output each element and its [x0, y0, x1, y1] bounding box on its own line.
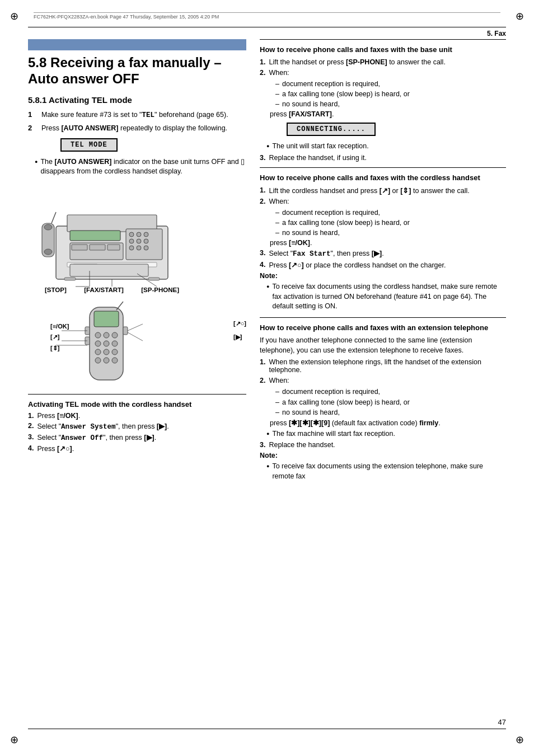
- step-2-text: Press [AUTO ANSWER] repeatedly to displa…: [41, 124, 227, 134]
- divider-1: [260, 39, 506, 40]
- activating-steps-list: 1. Press [≡/OK]. 2. Select "Answer Syste…: [28, 412, 246, 453]
- s1-step3-wrap: 3. Replace the handset, if using it.: [260, 154, 506, 162]
- section2-steps: 1. Lift the cordless handset and press […: [260, 186, 506, 205]
- handset-labels-right: [↗○] [▶]: [233, 317, 246, 344]
- s2-step3: 3. Select "Fax Start", then press [▶].: [260, 249, 506, 258]
- s2-note-list: To receive fax documents using the cordl…: [266, 282, 506, 312]
- handset-illustration: [≡/OK] [↗] [⇕] [↗○] [▶]: [50, 299, 246, 388]
- act-step-3: 3. Select "Answer Off", then press [▶].: [28, 433, 246, 442]
- svg-point-41: [95, 349, 101, 355]
- stop-label: [STOP]: [45, 287, 67, 293]
- svg-point-38: [95, 341, 101, 346]
- chapter-heading: 5.8 Receiving a fax manually – Auto answ…: [28, 55, 246, 87]
- svg-line-34: [116, 302, 123, 310]
- s2-when-list: –document reception is required, –a fax …: [275, 208, 506, 238]
- svg-rect-49: [123, 327, 128, 335]
- fax-labels: [STOP] [FAX/START] [SP-PHONE]: [39, 287, 185, 293]
- divider-3: [260, 317, 506, 318]
- s3-step3-wrap: 3. Replace the handset.: [260, 441, 506, 449]
- handset-labels-left: [≡/OK] [↗] [⇕]: [50, 321, 69, 354]
- page: ⊕ ⊕ ⊕ ⊕ FC762HK-PFQX2283ZA-en.book Page …: [0, 0, 534, 756]
- footer-page: 47: [498, 718, 506, 726]
- footer-bar: 47: [28, 718, 506, 729]
- menu-ok-label: [≡/OK]: [50, 321, 69, 332]
- svg-point-4: [129, 232, 134, 237]
- act-step-4: 4. Press [↗○].: [28, 444, 246, 453]
- header-right: 5. Fax: [487, 30, 506, 37]
- section3-steps: 1. When the extension telephone rings, l…: [260, 358, 506, 384]
- speaker-label: [⇕]: [50, 343, 69, 354]
- svg-point-36: [104, 332, 109, 338]
- step-2-num: 2: [28, 124, 37, 134]
- tel-mode-box: TEL MODE: [60, 138, 118, 152]
- fax-machine-svg: AUTO ANSWER: [39, 181, 185, 288]
- connecting-display-area: CONNECTING.....: [275, 120, 506, 138]
- s1-press-text: press [FAX/START].: [270, 110, 506, 118]
- svg-rect-16: [107, 245, 120, 250]
- s2-when-3: –no sound is heard,: [275, 228, 506, 238]
- svg-rect-14: [72, 245, 87, 250]
- svg-point-7: [129, 239, 134, 243]
- svg-point-5: [137, 232, 141, 237]
- svg-point-10: [129, 246, 134, 250]
- svg-line-20: [51, 212, 56, 223]
- s2-when-2: –a fax calling tone (slow beep) is heard…: [275, 218, 506, 228]
- s3-when-2: –a fax calling tone (slow beep) is heard…: [275, 397, 506, 407]
- left-column: 5.8 Receiving a fax manually – Auto answ…: [28, 39, 246, 720]
- s3-when-1: –document reception is required,: [275, 387, 506, 397]
- section2-heading: How to receive phone calls and faxes wit…: [260, 173, 506, 183]
- s1-bullet-after: The unit will start fax reception.: [266, 142, 506, 152]
- s3-note-item: To receive fax documents using the exten…: [266, 462, 506, 481]
- s1-when-3: –no sound is heard,: [275, 99, 506, 109]
- act-step-1: 1. Press [≡/OK].: [28, 412, 246, 420]
- svg-point-39: [104, 341, 109, 346]
- s3-step1: 1. When the extension telephone rings, l…: [260, 358, 506, 374]
- s3-bullet-list: The fax machine will start fax reception…: [266, 429, 506, 439]
- svg-line-54: [128, 332, 143, 341]
- s1-step2: 2. When:: [260, 69, 506, 77]
- section1-heading: How to receive phone calls and faxes wit…: [260, 45, 506, 55]
- s3-press-text: press [✱][✱][✱][9] (default fax activati…: [270, 419, 506, 427]
- s1-when-1: –document reception is required,: [275, 79, 506, 89]
- fax-machine-illustration: AUTO ANSWER [STOP]: [39, 181, 246, 293]
- right-label: [▶]: [233, 330, 246, 344]
- s1-when-2: –a fax calling tone (slow beep) is heard…: [275, 89, 506, 99]
- svg-point-18: [44, 224, 52, 230]
- svg-point-12: [144, 246, 148, 250]
- s2-note-label: Note:: [260, 272, 506, 280]
- svg-rect-27: [148, 278, 160, 280]
- power-label: [↗○]: [233, 317, 246, 330]
- step-1: 1 Make sure feature #73 is set to "TEL" …: [28, 110, 246, 121]
- s2-when-1: –document reception is required,: [275, 208, 506, 218]
- step-2: 2 Press [AUTO ANSWER] repeatedly to disp…: [28, 124, 246, 134]
- svg-point-42: [104, 349, 109, 355]
- svg-point-43: [112, 349, 118, 355]
- right-column: How to receive phone calls and faxes wit…: [260, 39, 506, 720]
- svg-point-35: [95, 332, 101, 338]
- hook-label: [↗]: [50, 332, 69, 343]
- activating-handset-heading: Activating TEL mode with the cordless ha…: [28, 400, 246, 408]
- divider-2: [260, 167, 506, 168]
- fax-start-label: [FAX/START]: [84, 287, 124, 293]
- section3-intro: If you have another telephone connected …: [260, 336, 506, 355]
- svg-point-8: [137, 239, 141, 243]
- file-info: FC762HK-PFQX2283ZA-en.book Page 47 Thurs…: [34, 12, 500, 20]
- s3-step2: 2. When:: [260, 377, 506, 384]
- s2-press-text: press [≡/OK].: [270, 239, 506, 247]
- corner-mark-tl: ⊕: [10, 10, 18, 22]
- sub-heading: 5.8.1 Activating TEL mode: [28, 95, 246, 105]
- s2-step2: 2. When:: [260, 198, 506, 205]
- act-step-2: 2. Select "Answer System", then press [▶…: [28, 422, 246, 431]
- s1-when-list: –document reception is required, –a fax …: [275, 79, 506, 109]
- svg-point-11: [137, 246, 141, 250]
- s2-step1: 1. Lift the cordless handset and press […: [260, 186, 506, 195]
- svg-point-37: [112, 332, 118, 338]
- s3-when-list: –document reception is required, –a fax …: [275, 387, 506, 417]
- svg-line-53: [128, 324, 143, 331]
- svg-rect-15: [90, 245, 105, 250]
- s3-note-list: To receive fax documents using the exten…: [266, 462, 506, 481]
- svg-point-46: [112, 358, 118, 363]
- s3-bullet-1: The fax machine will start fax reception…: [266, 429, 506, 439]
- svg-point-45: [104, 358, 109, 363]
- svg-point-19: [44, 249, 52, 255]
